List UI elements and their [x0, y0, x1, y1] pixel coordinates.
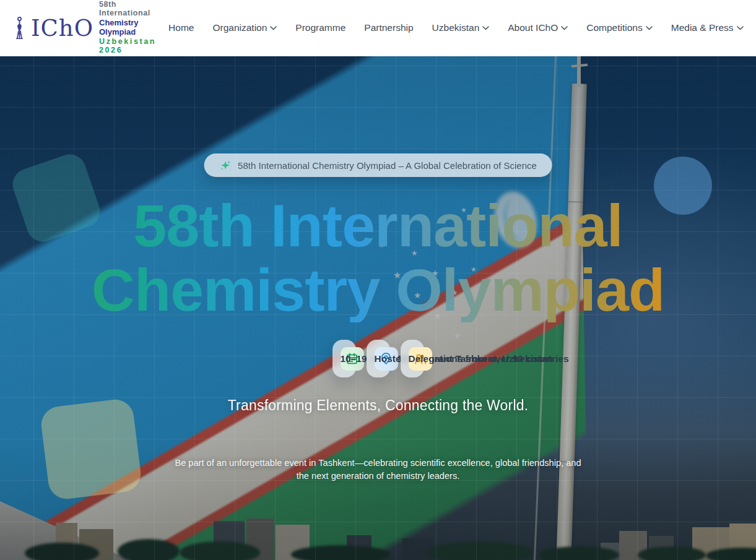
logo-tagline-line1: 58th International — [99, 0, 160, 17]
main-nav: HomeOrganizationProgrammePartnershipUzbe… — [160, 17, 756, 38]
logo-tagline-line2: Chemistry Olympiad — [99, 18, 160, 37]
nav-item-home[interactable]: Home — [160, 17, 202, 38]
sparkle-icon — [219, 160, 231, 171]
nav-item-label: Organization — [212, 22, 267, 33]
chevron-down-icon — [561, 26, 568, 30]
hero-badge: 58th International Chemistry Olympiad – … — [204, 153, 552, 177]
hero-section: ★★★★★★★★★★ 58th International Chemistry … — [0, 56, 756, 560]
hero-badge-text: 58th International Chemistry Olympiad – … — [238, 160, 537, 171]
hero-description: Be part of an unforgettable event in Tas… — [172, 457, 584, 482]
nav-item-label: Competitions — [586, 22, 642, 33]
hero-title: 58th InternationalChemistry Olympiad — [32, 194, 725, 322]
chevron-down-icon — [270, 26, 277, 30]
chevron-down-icon — [482, 26, 489, 30]
nav-item-competitions[interactable]: Competitions — [578, 17, 660, 38]
nav-item-media-press[interactable]: Media & Press — [663, 17, 752, 38]
logo-icho-text: IChO — [31, 17, 93, 40]
info-pill-1: Hosted in vibrant Tashkent, Uzbekistan — [367, 340, 390, 377]
nav-item-label: Media & Press — [671, 22, 734, 33]
nav-item-organization[interactable]: Organization — [204, 17, 285, 38]
site-logo[interactable]: IChO 58th International Chemistry Olympi… — [14, 0, 160, 56]
nav-item-about-icho[interactable]: About IChO — [500, 17, 576, 38]
nav-item-contact-us[interactable]: Contact Us — [754, 17, 756, 38]
chevron-down-icon — [737, 26, 744, 30]
nav-item-label: Programme — [295, 22, 345, 33]
logo-tagline: 58th International Chemistry Olympiad Uz… — [99, 0, 160, 56]
tv-tower-icon — [14, 12, 25, 44]
info-pill-row: 10–19 July 2026Hosted in vibrant Tashken… — [332, 340, 424, 377]
nav-item-uzbekistan[interactable]: Uzbekistan — [424, 17, 498, 38]
info-pill-0: 10–19 July 2026 — [332, 340, 356, 377]
chevron-down-icon — [646, 26, 653, 30]
nav-item-label: Uzbekistan — [432, 22, 480, 33]
nav-item-programme[interactable]: Programme — [287, 17, 354, 38]
logo-icho-wordmark: IChO — [31, 17, 93, 40]
info-pill-2: Delegations from over 90 countries — [401, 340, 424, 377]
nav-item-label: Partnership — [364, 22, 413, 33]
logo-tagline-line3: Uzbekistan 2026 — [99, 37, 160, 54]
hero-title-line2: Chemistry Olympiad — [32, 258, 725, 322]
hero-title-line1: 58th International — [32, 194, 725, 258]
nav-item-label: About IChO — [508, 22, 558, 33]
hero-tagline: Transforming Elements, Connecting the Wo… — [100, 397, 657, 414]
nav-item-label: Home — [168, 22, 194, 33]
site-header: IChO 58th International Chemistry Olympi… — [0, 0, 756, 56]
nav-item-partnership[interactable]: Partnership — [356, 17, 421, 38]
info-pill-label: Delegations from over 90 countries — [409, 353, 569, 364]
